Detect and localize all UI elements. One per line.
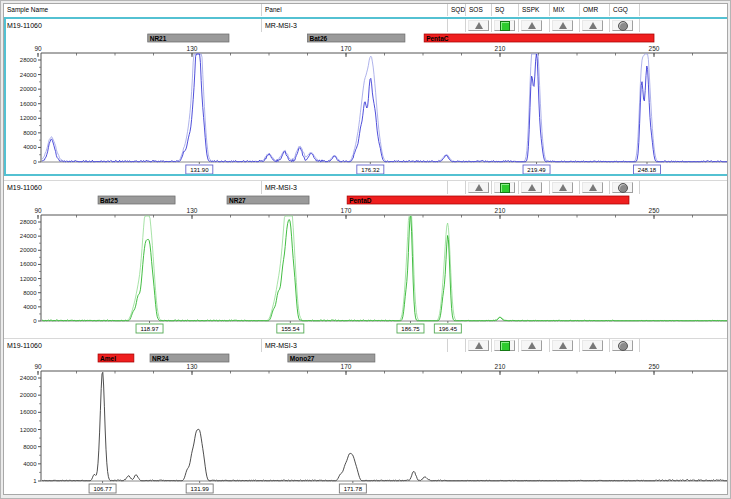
warning-triangle-icon[interactable] — [521, 182, 542, 193]
marker-label: NR21 — [150, 35, 167, 42]
sample-row[interactable]: M19-11060MR-MSI-3 — [4, 180, 728, 196]
peak-size-label: 176.32 — [361, 167, 380, 173]
warning-triangle-icon[interactable] — [521, 20, 542, 31]
trace-overlay — [42, 54, 728, 162]
col-header-sq[interactable]: SQ — [492, 4, 519, 16]
panel-name: MR-MSI-3 — [262, 181, 448, 194]
warning-triangle-glyph — [589, 342, 597, 349]
y-tick-label: 24000 — [20, 375, 37, 381]
marker-label: NR27 — [229, 197, 246, 204]
y-tick-label: 24000 — [20, 233, 37, 239]
electropherogram-view: Sample Name Panel SQD SOS SQ SSPK MIX OM… — [3, 3, 728, 495]
peak-size-label: 106.77 — [93, 486, 112, 492]
gray-circle-icon[interactable] — [612, 340, 633, 351]
sample-name: M19-11060 — [4, 19, 262, 32]
col-header-sqd[interactable]: SQD — [448, 4, 466, 16]
peak-size-label: 131.99 — [190, 486, 209, 492]
marker-bar-pentad[interactable] — [347, 196, 629, 204]
x-tick-label: 130 — [187, 363, 198, 370]
y-tick-label: 12000 — [20, 427, 37, 433]
marker-label: NR24 — [152, 355, 169, 362]
y-tick-label: 0 — [33, 159, 37, 165]
col-header-panel[interactable]: Panel — [262, 4, 448, 16]
sample-row[interactable]: M19-11060MR-MSI-3 — [4, 18, 728, 34]
marker-label: Mono27 — [290, 355, 315, 362]
y-tick-label: 20000 — [20, 247, 37, 253]
trace — [42, 216, 728, 320]
col-header-sos[interactable]: SOS — [466, 4, 492, 16]
col-header-mix[interactable]: MIX — [550, 4, 580, 16]
x-tick-label: 170 — [341, 207, 352, 214]
warning-triangle-icon[interactable] — [552, 182, 573, 193]
warning-triangle-glyph — [475, 342, 483, 349]
peak-size-label: 248.18 — [638, 167, 657, 173]
col-header-sample-name[interactable]: Sample Name — [4, 4, 262, 16]
warning-triangle-glyph — [559, 22, 567, 29]
column-header-row: Sample Name Panel SQD SOS SQ SSPK MIX OM… — [4, 4, 728, 18]
trace — [42, 372, 728, 480]
warning-triangle-icon[interactable] — [582, 340, 603, 351]
fragment-analysis-window: Sample Name Panel SQD SOS SQ SSPK MIX OM… — [0, 0, 731, 499]
peak-size-label: 155.54 — [281, 326, 300, 332]
col-header-omr[interactable]: OMR — [580, 4, 610, 16]
y-tick-label: 1 — [33, 478, 37, 484]
gray-circle-icon[interactable] — [612, 20, 633, 31]
x-tick-label: 210 — [495, 207, 506, 214]
warning-triangle-glyph — [589, 22, 597, 29]
warning-triangle-icon[interactable] — [521, 340, 542, 351]
warning-triangle-glyph — [528, 342, 536, 349]
warning-triangle-icon[interactable] — [582, 182, 603, 193]
sample-row[interactable]: M19-11060MR-MSI-3 — [4, 338, 728, 354]
warning-triangle-icon[interactable] — [582, 20, 603, 31]
x-tick-label: 250 — [649, 207, 660, 214]
x-tick-label: 250 — [649, 45, 660, 52]
peak-size-label: 186.75 — [401, 326, 420, 332]
warning-triangle-icon[interactable] — [468, 20, 489, 31]
green-square-icon[interactable] — [494, 340, 515, 351]
green-square-icon[interactable] — [494, 182, 515, 193]
gray-circle-glyph — [618, 341, 628, 351]
y-tick-label: 8000 — [23, 130, 37, 136]
green-square-glyph — [500, 341, 510, 351]
flag-cell — [448, 339, 466, 352]
warning-triangle-glyph — [559, 342, 567, 349]
y-tick-label: 0 — [33, 318, 37, 324]
col-header-cgq[interactable]: CGQ — [610, 4, 640, 16]
electropherogram-plot[interactable]: Bat25NR27PentaD9013017021025028000240002… — [4, 195, 728, 335]
gray-circle-glyph — [618, 21, 628, 31]
x-tick-label: 170 — [341, 363, 352, 370]
x-tick-label: 130 — [187, 45, 198, 52]
gray-circle-glyph — [618, 183, 628, 193]
electropherogram-plot[interactable]: NR21Bat26PentaC9013017021025028000240002… — [4, 33, 728, 175]
marker-label: Amel — [100, 355, 116, 362]
warning-triangle-icon[interactable] — [468, 340, 489, 351]
gray-circle-icon[interactable] — [612, 182, 633, 193]
peak-size-label: 131.90 — [190, 167, 209, 173]
green-square-icon[interactable] — [494, 20, 515, 31]
flag-cell — [448, 181, 466, 194]
y-tick-label: 12000 — [20, 276, 37, 282]
trace — [42, 54, 728, 162]
y-tick-label: 8000 — [23, 444, 37, 450]
warning-triangle-icon[interactable] — [468, 182, 489, 193]
warning-triangle-glyph — [475, 22, 483, 29]
warning-triangle-icon[interactable] — [552, 340, 573, 351]
sample-name: M19-11060 — [4, 181, 262, 194]
peak-size-label: 196.45 — [439, 326, 458, 332]
col-header-sspk[interactable]: SSPK — [519, 4, 550, 16]
y-tick-label: 24000 — [20, 72, 37, 78]
marker-label: PentaC — [426, 35, 449, 42]
marker-label: Bat26 — [310, 35, 328, 42]
warning-triangle-icon[interactable] — [552, 20, 573, 31]
electropherogram-plot[interactable]: AmelNR24Mono2790130170210250240002000016… — [4, 353, 728, 495]
y-tick-label: 16000 — [20, 261, 37, 267]
peak-size-label: 118.97 — [141, 326, 160, 332]
green-square-glyph — [500, 183, 510, 193]
panel-name: MR-MSI-3 — [262, 19, 448, 32]
y-tick-label: 8000 — [23, 290, 37, 296]
x-tick-label: 90 — [34, 363, 42, 370]
warning-triangle-glyph — [559, 184, 567, 191]
marker-bar-pentac[interactable] — [424, 34, 654, 42]
y-tick-label: 16000 — [20, 101, 37, 107]
marker-label: Bat25 — [100, 197, 118, 204]
